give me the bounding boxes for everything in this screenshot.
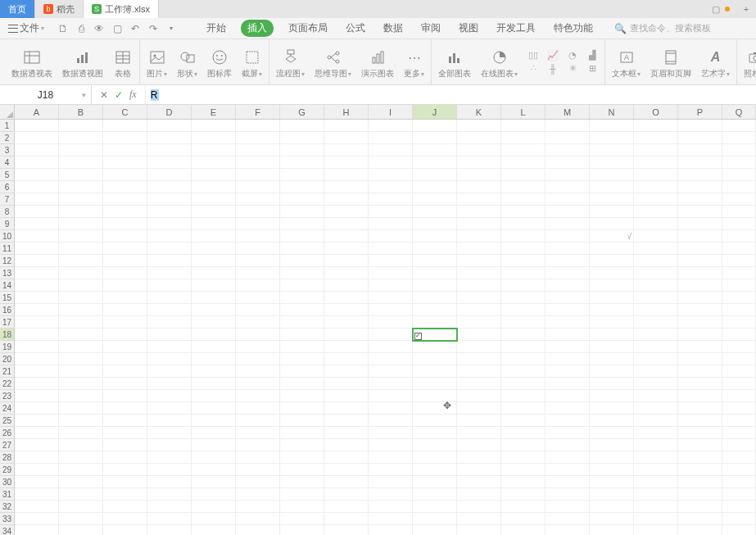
cell-D7[interactable] (147, 193, 192, 206)
cell-P22[interactable] (678, 378, 722, 390)
cell-G2[interactable] (280, 132, 324, 144)
cell-B28[interactable] (59, 451, 103, 464)
cell-J5[interactable] (413, 169, 457, 181)
confirm-icon[interactable]: ✓ (115, 89, 123, 101)
mini-chart-pie-icon[interactable]: ◔ (565, 50, 580, 61)
cell-B6[interactable] (59, 181, 103, 193)
cell-C6[interactable] (103, 181, 147, 193)
cell-L15[interactable] (501, 292, 545, 304)
cell-F31[interactable] (236, 488, 280, 501)
cell-F32[interactable] (236, 501, 280, 513)
cell-G32[interactable] (280, 501, 324, 513)
ribbon-tab-start[interactable]: 开始 (203, 20, 229, 37)
cell-M30[interactable] (545, 476, 590, 488)
row-header-3[interactable]: 3 (0, 144, 14, 156)
cell-Q28[interactable] (722, 451, 756, 464)
tab-add-button[interactable]: + (736, 0, 756, 18)
cell-K31[interactable] (457, 488, 501, 501)
cell-Q1[interactable] (722, 120, 756, 132)
cell-A34[interactable] (15, 525, 59, 535)
cell-D8[interactable] (147, 206, 192, 218)
cell-I26[interactable] (369, 427, 413, 439)
cell-I31[interactable] (369, 488, 413, 501)
cell-A31[interactable] (15, 488, 59, 501)
cell-K1[interactable] (457, 120, 501, 132)
cell-I32[interactable] (369, 501, 413, 513)
row-header-31[interactable]: 31 (0, 488, 14, 501)
cell-J10[interactable] (413, 230, 457, 243)
cell-A22[interactable] (15, 378, 59, 390)
cell-D32[interactable] (147, 501, 192, 513)
cell-I4[interactable] (369, 156, 413, 169)
cell-O22[interactable] (634, 378, 678, 390)
cell-K12[interactable] (457, 255, 501, 267)
cell-K33[interactable] (457, 513, 501, 525)
cell-B1[interactable] (59, 120, 103, 132)
cell-C1[interactable] (103, 120, 147, 132)
cell-O10[interactable] (634, 230, 678, 243)
cell-G27[interactable] (280, 439, 324, 451)
cell-I6[interactable] (369, 181, 413, 193)
cell-C17[interactable] (103, 316, 147, 329)
cell-K24[interactable] (457, 402, 501, 415)
print-preview-icon[interactable]: 👁 (93, 23, 105, 34)
cell-K28[interactable] (457, 451, 501, 464)
cell-E15[interactable] (192, 292, 236, 304)
cell-B23[interactable] (59, 390, 103, 402)
cell-Q5[interactable] (722, 169, 756, 181)
cell-I21[interactable] (369, 365, 413, 378)
col-header-H[interactable]: H (324, 105, 369, 119)
cell-B14[interactable] (59, 279, 103, 292)
tab-home[interactable]: 首页 (0, 0, 35, 18)
cell-K18[interactable] (457, 329, 501, 341)
cell-G34[interactable] (280, 525, 324, 535)
icon-lib-button[interactable]: 图标库 (206, 45, 233, 84)
cell-F34[interactable] (236, 525, 280, 535)
ribbon-tab-data[interactable]: 数据 (380, 20, 406, 37)
cell-E21[interactable] (192, 365, 236, 378)
cell-L21[interactable] (501, 365, 545, 378)
formula-input-wrap[interactable] (146, 85, 756, 104)
cell-Q21[interactable] (722, 365, 756, 378)
cell-O26[interactable] (634, 427, 678, 439)
cell-B22[interactable] (59, 378, 103, 390)
cell-G12[interactable] (280, 255, 324, 267)
cell-N10[interactable]: √ (590, 230, 634, 243)
pivot-table-button[interactable]: 数据透视表 (10, 45, 54, 84)
cell-J20[interactable] (413, 353, 457, 365)
cell-A11[interactable] (15, 243, 59, 255)
cell-L2[interactable] (501, 132, 545, 144)
cell-O3[interactable] (634, 144, 678, 156)
cell-A28[interactable] (15, 451, 59, 464)
cell-F13[interactable] (236, 267, 280, 279)
cell-M18[interactable] (545, 329, 590, 341)
cell-C22[interactable] (103, 378, 147, 390)
cell-I3[interactable] (369, 144, 413, 156)
cell-E2[interactable] (192, 132, 236, 144)
cell-Q25[interactable] (722, 415, 756, 427)
cell-H5[interactable] (324, 169, 369, 181)
row-header-34[interactable]: 34 (0, 525, 14, 535)
cell-P32[interactable] (678, 501, 722, 513)
row-header-15[interactable]: 15 (0, 292, 14, 304)
cell-Q10[interactable] (722, 230, 756, 243)
cell-F27[interactable] (236, 439, 280, 451)
cell-K8[interactable] (457, 206, 501, 218)
row-header-11[interactable]: 11 (0, 243, 14, 255)
cell-Q7[interactable] (722, 193, 756, 206)
ribbon-tab-dev[interactable]: 开发工具 (493, 20, 539, 37)
row-header-23[interactable]: 23 (0, 390, 14, 402)
cell-L11[interactable] (501, 243, 545, 255)
cell-D4[interactable] (147, 156, 192, 169)
cell-D18[interactable] (147, 329, 192, 341)
flowchart-button[interactable]: 流程图 (274, 45, 306, 84)
cell-B30[interactable] (59, 476, 103, 488)
cell-A12[interactable] (15, 255, 59, 267)
cell-A17[interactable] (15, 316, 59, 329)
cell-I14[interactable] (369, 279, 413, 292)
row-header-19[interactable]: 19 (0, 341, 14, 353)
cell-A14[interactable] (15, 279, 59, 292)
cell-Q19[interactable] (722, 341, 756, 353)
cell-Q24[interactable] (722, 402, 756, 415)
cell-M24[interactable] (545, 402, 590, 415)
